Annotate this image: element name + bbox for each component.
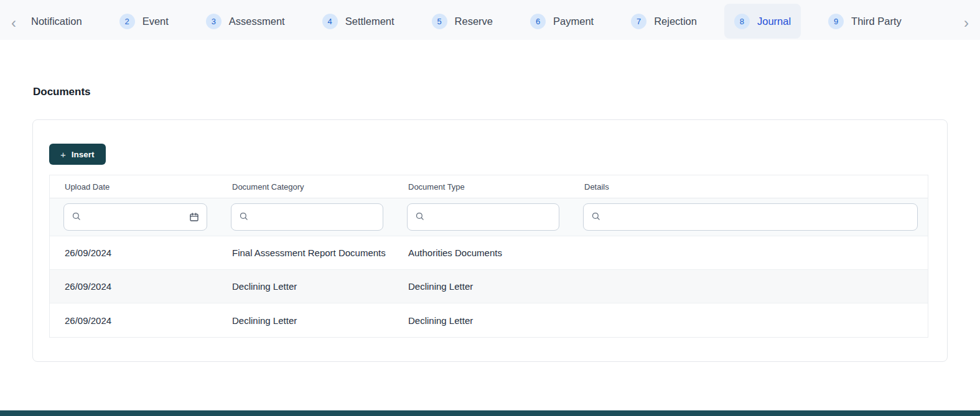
step-tab-event[interactable]: 2 Event [110,4,179,39]
plus-icon: + [60,149,66,160]
footer-strip [0,410,980,416]
step-number-badge: 6 [530,14,546,29]
step-tab-payment[interactable]: 6 Payment [520,4,604,39]
step-tab-settlement[interactable]: 4 Settlement [312,4,404,39]
cell-document-category: Declining Letter [217,315,393,326]
tabs-scroll-right-button[interactable]: › [959,12,974,34]
filter-details-input[interactable] [606,212,910,222]
filter-document-category-box [231,203,383,231]
chevron-left-icon: ‹ [11,16,16,30]
cell-document-type: Declining Letter [393,315,569,326]
cell-upload-date: 26/09/2024 [50,315,217,326]
column-header-details: Details [569,182,928,192]
step-tab-rejection[interactable]: 7 Rejection [621,4,707,39]
step-tab-label: Notification [31,16,82,27]
cell-upload-date: 26/09/2024 [50,247,217,258]
step-number-badge: 7 [631,14,646,29]
step-number-badge: 9 [828,14,844,29]
cell-document-type: Authorities Documents [393,247,569,258]
documents-table: Upload Date Document Category Document T… [49,175,928,338]
column-header-upload-date: Upload Date [50,182,217,192]
insert-button[interactable]: + Insert [49,144,106,165]
chevron-right-icon: › [964,16,969,30]
insert-button-label: Insert [72,150,95,159]
step-tab-label: Journal [757,16,791,27]
filter-document-type-box [407,203,559,231]
filter-details-box [583,203,918,231]
step-tab-assessment[interactable]: 3 Assessment [196,4,295,39]
filter-document-type-input[interactable] [430,212,551,222]
step-number-badge: 8 [734,14,750,29]
table-row[interactable]: 26/09/2024 Declining Letter Declining Le… [50,303,928,337]
column-header-document-category: Document Category [217,182,393,192]
filter-upload-date-input[interactable] [86,212,184,222]
step-tabbar: ‹ Notification 2 Event 3 Assessment 4 Se… [0,0,980,40]
filter-document-category-input[interactable] [254,212,375,222]
search-icon [591,211,600,223]
search-icon [415,211,424,223]
step-tab-label: Third Party [851,16,902,27]
page-title: Documents [33,86,948,98]
column-header-document-type: Document Type [393,182,569,192]
calendar-icon[interactable] [189,212,199,222]
step-tab-notification[interactable]: Notification [21,4,92,39]
search-icon [239,211,248,223]
step-tab-label: Reserve [455,16,493,27]
table-row[interactable]: 26/09/2024 Final Assessment Report Docum… [50,236,928,270]
table-row[interactable]: 26/09/2024 Declining Letter Declining Le… [50,270,928,303]
step-number-badge: 5 [432,14,447,29]
step-number-badge: 3 [206,14,222,29]
step-number-badge: 4 [322,14,338,29]
step-tabs: Notification 2 Event 3 Assessment 4 Sett… [21,0,959,40]
step-tab-label: Settlement [345,16,394,27]
step-tab-label: Payment [553,16,594,27]
table-body: 26/09/2024 Final Assessment Report Docum… [50,236,928,337]
cell-upload-date: 26/09/2024 [50,281,217,292]
step-tab-third-party[interactable]: 9 Third Party [818,4,912,39]
table-filter-row [50,198,928,236]
main-content: Documents + Insert Upload Date Document … [0,86,980,362]
step-tab-label: Event [142,16,169,27]
search-icon [72,211,81,223]
step-tab-reserve[interactable]: 5 Reserve [422,4,503,39]
cell-document-type: Declining Letter [393,281,569,292]
step-number-badge: 2 [119,14,135,29]
step-tab-journal[interactable]: 8 Journal [724,4,801,39]
step-tab-label: Rejection [654,16,697,27]
cell-document-category: Final Assessment Report Documents [217,247,393,258]
tabs-scroll-left-button[interactable]: ‹ [6,12,21,34]
filter-upload-date-box [63,203,207,231]
documents-card: + Insert Upload Date Document Category D… [32,119,948,362]
cell-document-category: Declining Letter [217,281,393,292]
table-header-row: Upload Date Document Category Document T… [50,175,928,198]
step-tab-label: Assessment [229,16,285,27]
